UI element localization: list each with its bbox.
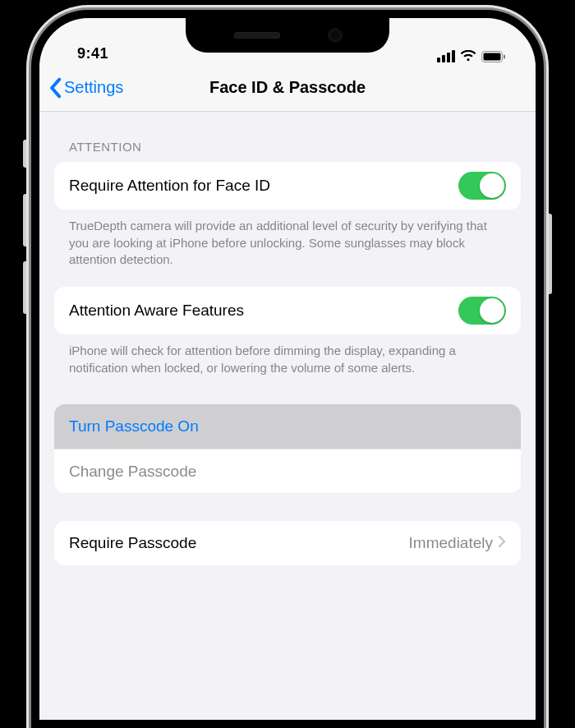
require-attention-label: Require Attention for Face ID	[69, 177, 458, 195]
require-attention-row[interactable]: Require Attention for Face ID	[54, 162, 521, 210]
back-button[interactable]: Settings	[39, 77, 123, 99]
require-attention-card: Require Attention for Face ID	[54, 162, 521, 210]
passcode-actions-card: Turn Passcode On Change Passcode	[54, 404, 521, 493]
require-passcode-value: Immediately	[409, 534, 493, 552]
turn-passcode-on-label: Turn Passcode On	[69, 417, 506, 435]
back-label: Settings	[64, 78, 123, 97]
volume-down-button[interactable]	[23, 261, 30, 314]
device-notch	[186, 18, 389, 53]
silent-switch[interactable]	[23, 140, 30, 168]
require-attention-footer: TrueDepth camera will provide an additio…	[54, 210, 521, 269]
require-attention-toggle[interactable]	[458, 172, 506, 200]
nav-bar: Settings Face ID & Passcode	[39, 64, 536, 112]
wifi-icon	[460, 50, 476, 62]
require-passcode-card: Require Passcode Immediately	[54, 521, 521, 565]
attention-aware-toggle[interactable]	[458, 297, 506, 325]
svg-rect-1	[484, 53, 501, 60]
cellular-signal-icon	[437, 50, 455, 62]
change-passcode-label: Change Passcode	[69, 463, 506, 481]
battery-icon	[481, 51, 506, 62]
section-header-attention: ATTENTION	[54, 112, 521, 162]
require-passcode-row[interactable]: Require Passcode Immediately	[54, 521, 521, 565]
change-passcode-row[interactable]: Change Passcode	[54, 449, 521, 493]
chevron-right-icon	[498, 534, 506, 552]
attention-aware-row[interactable]: Attention Aware Features	[54, 287, 521, 334]
side-button[interactable]	[545, 214, 552, 294]
require-passcode-label: Require Passcode	[69, 534, 409, 552]
attention-aware-card: Attention Aware Features	[54, 287, 521, 334]
svg-rect-2	[504, 54, 505, 58]
attention-aware-footer: iPhone will check for attention before d…	[54, 334, 521, 376]
chevron-left-icon	[48, 77, 62, 99]
turn-passcode-on-row[interactable]: Turn Passcode On	[54, 404, 521, 449]
volume-up-button[interactable]	[23, 194, 30, 247]
iphone-device-frame: 9:41 Settings Face ID & Passcode	[31, 10, 544, 728]
attention-aware-label: Attention Aware Features	[69, 302, 458, 320]
settings-content: ATTENTION Require Attention for Face ID …	[39, 112, 536, 720]
status-time: 9:41	[64, 45, 108, 62]
